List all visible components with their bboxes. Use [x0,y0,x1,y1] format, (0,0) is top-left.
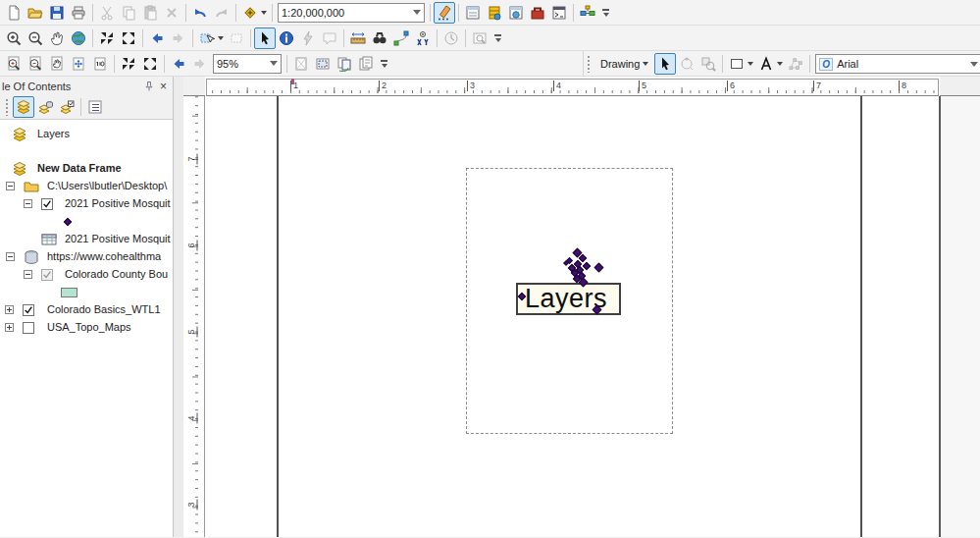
group-folder-path[interactable]: C:\Users\lbutler\Desktop\ [0,178,173,195]
focus-data-frame-button[interactable] [312,53,334,75]
map-scale-combo[interactable]: 1:20,000,000 [278,3,425,23]
full-extent-button[interactable] [68,27,89,49]
toc-close-icon[interactable]: × [156,79,171,93]
service-cohealthmaps[interactable]: https://www.cohealthma [0,248,173,266]
toolbar-separator [92,29,93,47]
layout-zoom-in-tool[interactable] [3,53,25,75]
go-to-xy-tool[interactable] [412,27,434,49]
h-ruler-label: 3 [467,81,475,91]
layout-fixed-zoom-out-button[interactable] [139,53,161,75]
toggle-draft-mode-button[interactable] [290,53,312,75]
list-by-visibility-button[interactable] [56,96,77,118]
rotate-element-tool [676,53,697,75]
layer-2021-positive-mosquito[interactable]: 2021 Positive Mosquit [0,195,173,213]
find-binoculars-icon [372,30,387,46]
new-text-tool[interactable] [755,53,785,75]
select-features-tool[interactable] [196,27,226,49]
layer-visibility-checkbox[interactable] [23,304,34,316]
zoom-in-tool[interactable] [3,27,25,49]
point-symbol-swatch[interactable] [64,218,72,226]
layout-go-back-extent-button[interactable] [168,53,189,75]
polygon-symbol-swatch[interactable] [61,288,77,297]
add-data-button[interactable] [239,2,269,24]
collapse-minus-icon[interactable] [24,199,32,208]
dataframe-layers[interactable]: Layers [0,126,173,143]
editor-toolbar-toggle[interactable] [434,2,455,24]
dropdown-arrow-icon[interactable] [261,11,267,15]
zoom-100-percent-button[interactable] [89,53,111,75]
dropdown-arrow-icon[interactable] [777,62,783,66]
drawing-toolbar-grip[interactable] [587,55,592,73]
catalog-window-button[interactable] [484,2,505,24]
zoom-out-tool[interactable] [25,27,46,49]
dropdown-arrow-icon[interactable] [218,36,224,40]
layer-colorado-basics-wtl1[interactable]: Colorado Basics_WTL1 [0,301,173,319]
measure-tool[interactable] [347,27,369,49]
select-elements-tool[interactable] [254,27,276,49]
layer-visibility-checkbox[interactable] [41,198,53,210]
pan-tool[interactable] [46,27,68,49]
toolbar-separator [430,4,431,22]
drawing-menu[interactable]: Drawing [594,55,654,73]
layer-usa-topo-maps[interactable]: USA_Topo_Maps [0,319,173,337]
html-popup-icon [322,30,337,46]
zoom-whole-page-button[interactable] [68,53,89,75]
save-button[interactable] [46,2,68,24]
fixed-zoom-out-button[interactable] [118,27,139,49]
tools-toolbar-options[interactable] [492,29,503,47]
modelbuilder-button[interactable] [577,2,598,24]
collapse-minus-icon[interactable] [6,182,15,190]
find-tool[interactable] [369,27,390,49]
collapse-minus-icon[interactable] [24,270,32,279]
python-window-button[interactable] [548,2,570,24]
new-rectangle-tool[interactable] [726,53,755,75]
drawing-select-elements-tool[interactable] [654,53,676,75]
standard-toolbar-options[interactable] [600,4,611,22]
table-of-contents-window-button[interactable] [462,2,484,24]
layout-pan-tool[interactable] [46,53,68,75]
table-2021-positive-mosquito[interactable]: 2021 Positive Mosquit [0,231,173,248]
symbol-2021-positive-mosquito[interactable] [0,213,173,231]
print-button[interactable] [68,2,89,24]
open-document-button[interactable] [25,2,46,24]
toc-pin-icon[interactable] [141,79,156,93]
arctoolbox-button[interactable] [527,2,548,24]
go-back-extent-button[interactable] [146,27,168,49]
layers-stack-icon [12,161,27,179]
toc-options-button[interactable] [84,96,106,118]
expand-plus-icon[interactable] [5,323,14,332]
list-by-drawing-order-button[interactable] [13,96,34,118]
layer-colorado-county-boundaries[interactable]: Colorado County Bou [0,266,173,284]
panel-splitter[interactable] [174,77,183,537]
large-data-frame-left-edge [277,96,279,537]
identify-tool[interactable] [276,27,297,49]
expand-plus-icon[interactable] [5,305,14,314]
collapse-minus-icon[interactable] [6,252,15,261]
dropdown-arrow-icon[interactable] [748,62,753,66]
list-by-source-button[interactable] [34,96,56,118]
dataframe-new-data-frame[interactable]: New Data Frame [0,160,173,178]
legend-box[interactable]: Layers [516,283,621,315]
find-route-tool[interactable] [390,27,412,49]
data-driven-pages-button[interactable] [355,53,377,75]
layout-zoom-out-tool[interactable] [25,53,46,75]
v-ruler-label: 6 [186,241,198,251]
search-window-button[interactable] [505,2,527,24]
toc-panel-title: le Of Contents [2,81,141,92]
modelbuilder-icon [580,5,595,21]
layer-visibility-checkbox[interactable] [23,322,34,334]
cut-button [96,2,118,24]
symbol-colorado-county-boundaries[interactable] [0,284,173,301]
undo-button[interactable] [189,2,211,24]
toc-toolbar-grip[interactable] [5,98,10,116]
new-document-icon [6,5,22,21]
font-family-combo[interactable]: OArial [815,54,980,74]
layout-toolbar-options[interactable] [379,55,389,73]
layout-zoom-percent-combo[interactable]: 95% [213,54,282,74]
fixed-zoom-in-button[interactable] [96,27,118,49]
new-document-button[interactable] [3,2,25,24]
create-viewer-window-tool [469,27,490,49]
change-layout-button[interactable] [334,53,355,75]
layer-visibility-checkbox[interactable] [41,269,53,281]
layout-fixed-zoom-in-button[interactable] [118,53,139,75]
